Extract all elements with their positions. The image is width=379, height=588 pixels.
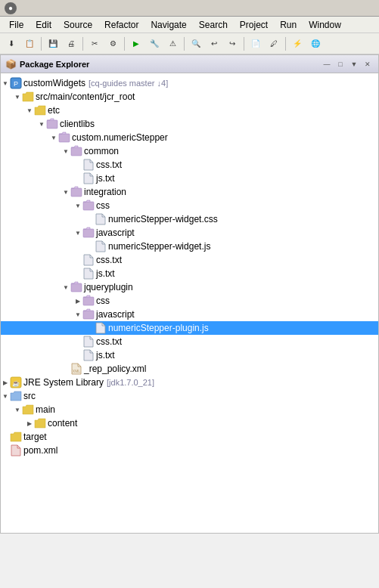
tree-toggle-main-folder[interactable]: ▼ <box>13 405 22 414</box>
tree-label-css-folder-2: css <box>96 296 110 306</box>
menu-project[interactable]: Project <box>234 18 274 32</box>
tree-item-javascript-folder[interactable]: ▼javascript <box>1 226 378 240</box>
minimize-icon[interactable]: — <box>321 58 333 70</box>
tree-icon-jre-system: ☕ <box>10 376 22 388</box>
tree-label-numericStepper-widget-css: numericStepper-widget.css <box>108 214 218 224</box>
tree-toggle-numericStepper-plugin-js <box>85 323 95 333</box>
toolbar-btn-11[interactable]: ↪ <box>224 36 241 52</box>
tree-item-js-txt-3[interactable]: js.txt <box>1 348 378 362</box>
tree-toggle-common[interactable]: ▼ <box>61 147 70 156</box>
menu-window[interactable]: Window <box>303 18 347 32</box>
menu-edit[interactable]: Edit <box>30 18 57 32</box>
tree-item-css-txt-3[interactable]: css.txt <box>1 335 378 348</box>
tree-label-rep-policy: _rep_policy.xml <box>84 364 146 374</box>
toolbar-btn-6[interactable]: ⚙ <box>104 36 121 52</box>
tree-icon-content-folder <box>34 417 46 429</box>
menu-source[interactable]: Source <box>57 18 98 32</box>
toolbar-btn-2[interactable]: 📋 <box>21 36 38 52</box>
tree-icon-integration <box>70 186 82 198</box>
tree-toggle-numericStepper-widget-css <box>85 215 95 224</box>
tree-toggle-css-folder-2[interactable]: ▶ <box>73 296 82 305</box>
tree-toggle-jre-system[interactable]: ▶ <box>1 378 10 387</box>
tree-label-src-main: src/main/content/jcr_root <box>36 91 135 102</box>
tree-toggle-css-folder[interactable]: ▼ <box>73 201 82 210</box>
tree-item-clientlibs[interactable]: ▼clientlibs <box>1 117 378 131</box>
svg-rect-6 <box>83 202 94 210</box>
menu-search[interactable]: Search <box>193 18 234 32</box>
toolbar-sep-2 <box>82 37 83 51</box>
tree-toggle-content-folder[interactable]: ▶ <box>25 419 34 428</box>
tree-item-customWidgets[interactable]: ▼PcustomWidgets[cq-guides master ↓4] <box>1 76 378 90</box>
tree-item-target[interactable]: target <box>1 430 378 444</box>
tree-item-numericStepper-plugin-js[interactable]: numericStepper-plugin.js <box>1 321 378 335</box>
toolbar-btn-4[interactable]: 🖨 <box>63 36 79 52</box>
toolbar-btn-15[interactable]: 🌐 <box>307 36 324 52</box>
tree-item-integration[interactable]: ▼integration <box>1 185 378 199</box>
menu-navigate[interactable]: Navigate <box>144 18 192 32</box>
svg-text:XML: XML <box>73 369 81 373</box>
tree-toggle-etc[interactable]: ▼ <box>25 106 34 115</box>
tree-item-js-txt-2[interactable]: js.txt <box>1 267 378 280</box>
svg-rect-10 <box>83 311 94 319</box>
toolbar-run[interactable]: ▶ <box>128 36 144 52</box>
tree-item-pom-xml[interactable]: pom.xml <box>1 444 378 457</box>
tree-item-src[interactable]: ▼src <box>1 389 378 403</box>
tree-toggle-pom-xml <box>1 446 10 455</box>
maximize-icon[interactable]: □ <box>334 58 346 70</box>
panel: 📦 Package Explorer — □ ▼ ✕ ▼PcustomWidge… <box>0 54 379 534</box>
tree-label-jre-system: JRE System Library <box>23 377 104 388</box>
tree-toggle-jqueryplugin[interactable]: ▼ <box>61 283 70 292</box>
title-bar: ● <box>0 0 379 17</box>
tree-icon-css-txt-1 <box>82 159 95 171</box>
tree-icon-css-txt-2 <box>82 254 95 266</box>
tree-item-rep-policy[interactable]: XML_rep_policy.xml <box>1 362 378 376</box>
tree-toggle-javascript-folder[interactable]: ▼ <box>73 228 82 237</box>
toolbar-btn-9[interactable]: 🔍 <box>188 36 204 52</box>
menu-refactor[interactable]: Refactor <box>98 18 144 32</box>
toolbar-btn-10[interactable]: ↩ <box>206 36 222 52</box>
toolbar-sep-3 <box>124 37 125 51</box>
tree-item-css-folder-2[interactable]: ▶css <box>1 294 378 308</box>
tree-item-numericStepper-widget-css[interactable]: numericStepper-widget.css <box>1 212 378 226</box>
toolbar-btn-14[interactable]: ⚡ <box>289 36 306 52</box>
toolbar-btn-5[interactable]: ✂ <box>86 36 103 52</box>
tree-item-css-txt-2[interactable]: css.txt <box>1 253 378 267</box>
toolbar-btn-7[interactable]: 🔧 <box>146 36 163 52</box>
tree-item-js-txt-1[interactable]: js.txt <box>1 172 378 185</box>
toolbar-btn-8[interactable]: ⚠ <box>164 36 181 52</box>
tree-toggle-javascript-folder-2[interactable]: ▼ <box>73 310 82 319</box>
tree-toggle-src-main[interactable]: ▼ <box>13 92 22 101</box>
tree-label-pom-xml: pom.xml <box>23 445 57 456</box>
tree-item-numericStepper-widget-js[interactable]: numericStepper-widget.js <box>1 240 378 253</box>
menu-run[interactable]: Run <box>274 18 303 32</box>
tree-item-common[interactable]: ▼common <box>1 144 378 158</box>
tree-toggle-customWidgets[interactable]: ▼ <box>1 79 10 88</box>
toolbar-btn-13[interactable]: 🖊 <box>266 36 282 52</box>
tree-icon-css-folder <box>82 200 95 212</box>
panel-menu-icon[interactable]: ▼ <box>348 58 360 70</box>
tree-toggle-integration[interactable]: ▼ <box>61 187 70 197</box>
tree-item-jqueryplugin[interactable]: ▼jqueryplugin <box>1 280 378 294</box>
tree-toggle-src[interactable]: ▼ <box>1 391 10 401</box>
close-icon[interactable]: ✕ <box>362 58 374 70</box>
tree-toggle-css-txt-2 <box>73 255 82 265</box>
toolbar-btn-3[interactable]: 💾 <box>45 36 61 52</box>
toolbar-btn-1[interactable]: ⬇ <box>3 36 20 52</box>
tree-item-css-txt-1[interactable]: css.txt <box>1 158 378 172</box>
menu-file[interactable]: File <box>3 18 30 32</box>
tree-item-custom-numeric[interactable]: ▼custom.numericStepper <box>1 131 378 144</box>
tree-toggle-clientlibs[interactable]: ▼ <box>37 119 46 128</box>
tree-item-css-folder[interactable]: ▼css <box>1 199 378 212</box>
toolbar-btn-12[interactable]: 📄 <box>247 36 264 52</box>
tree-item-main-folder[interactable]: ▼main <box>1 403 378 416</box>
tree-toggle-custom-numeric[interactable]: ▼ <box>49 133 58 142</box>
tree-item-src-main[interactable]: ▼src/main/content/jcr_root <box>1 90 378 104</box>
tree-label-js-txt-2: js.txt <box>96 268 115 279</box>
tree-item-jre-system[interactable]: ▶☕JRE System Library[jdk1.7.0_21] <box>1 376 378 389</box>
svg-rect-3 <box>59 134 70 142</box>
tree-item-javascript-folder-2[interactable]: ▼javascript <box>1 308 378 321</box>
tree-icon-clientlibs <box>46 118 58 130</box>
panel-header: 📦 Package Explorer — □ ▼ ✕ <box>1 55 378 73</box>
tree-item-content-folder[interactable]: ▶content <box>1 416 378 430</box>
tree-item-etc[interactable]: ▼etc <box>1 104 378 117</box>
